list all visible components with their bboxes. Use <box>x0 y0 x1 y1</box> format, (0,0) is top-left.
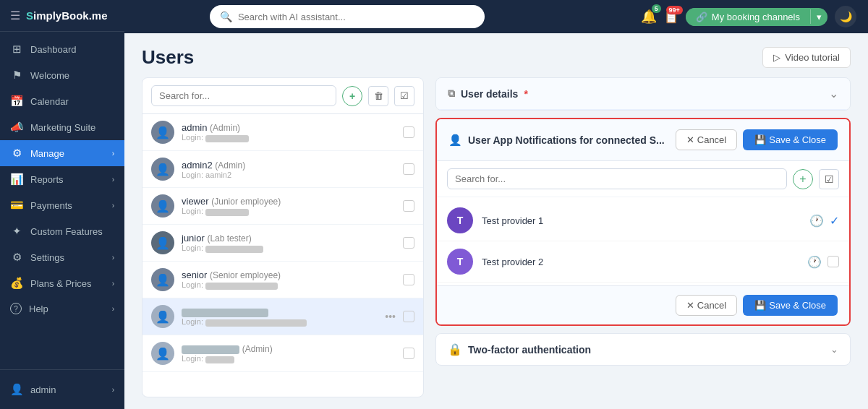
reports-icon: 📊 <box>10 173 23 186</box>
video-tutorial-button[interactable]: ▷ Video tutorial <box>762 47 851 68</box>
avatar-blurred2: 👤 <box>151 342 174 365</box>
search-bar: 🔍 <box>210 5 485 28</box>
two-factor-collapse-icon[interactable]: ⌄ <box>830 344 838 355</box>
page-header: Users ▷ Video tutorial <box>124 33 868 77</box>
sliders-icon: ⧉ <box>448 87 455 100</box>
user-details-card: ⧉ User details * ⌄ <box>435 77 851 111</box>
booking-channels-dropdown[interactable]: ▾ <box>811 8 827 26</box>
sidebar-item-reports[interactable]: 📊 Reports › <box>0 166 124 192</box>
user-checkbox-junior[interactable] <box>403 237 414 249</box>
user-role-admin2: (Admin) <box>215 160 245 171</box>
footer-cancel-icon: ✕ <box>686 300 694 311</box>
sidebar-header: ☰ SimplyBook.me <box>0 0 124 32</box>
user-role-viewer: (Junior employee) <box>211 197 281 207</box>
sidebar-item-admin[interactable]: 👤 admin › <box>10 377 114 402</box>
modal-save-button[interactable]: 💾 Save & Close <box>743 129 838 150</box>
sidebar-item-plans-prices[interactable]: 💰 Plans & Prices › <box>0 270 124 296</box>
collapse-icon[interactable]: ⌄ <box>829 87 838 100</box>
user-name-blurred1 <box>182 306 378 317</box>
avatar-viewer: 👤 <box>151 194 174 218</box>
avatar-junior: 👤 <box>151 231 174 254</box>
dark-mode-toggle[interactable]: 🌙 <box>835 6 856 27</box>
provider-item-1[interactable]: T Test provider 1 🕐 ✓ <box>437 200 849 241</box>
hamburger-icon[interactable]: ☰ <box>10 9 20 22</box>
user-info-blurred1: Login: <box>182 306 378 326</box>
provider-name-2: Test provider 2 <box>482 257 799 267</box>
modal-search-bar: + ☑ <box>437 161 849 197</box>
sidebar-item-custom-features[interactable]: ✦ Custom Features <box>0 218 124 244</box>
tasks-button[interactable]: 📋 99+ <box>664 10 678 24</box>
user-checkbox-blurred2[interactable] <box>403 348 414 359</box>
sidebar-item-marketing[interactable]: 📣 Marketing Suite <box>0 114 124 140</box>
delete-user-button[interactable]: 🗑 <box>368 86 388 106</box>
user-item-blurred1[interactable]: 👤 Login: ••• <box>142 298 423 335</box>
user-login-senior: Login: <box>182 280 396 289</box>
user-checkbox-admin2[interactable] <box>403 163 414 175</box>
user-search-input[interactable] <box>151 85 336 106</box>
payments-arrow-icon: › <box>112 202 114 210</box>
sidebar-item-welcome[interactable]: ⚑ Welcome <box>0 62 124 88</box>
user-info-junior: junior (Lab tester) Login: <box>182 233 396 252</box>
sidebar-item-dashboard[interactable]: ⊞ Dashboard <box>0 36 124 62</box>
footer-cancel-button[interactable]: ✕ Cancel <box>676 295 737 316</box>
user-details-header[interactable]: ⧉ User details * ⌄ <box>436 78 850 110</box>
lock-icon: 🔒 <box>448 343 462 356</box>
user-checkbox-viewer[interactable] <box>403 200 414 212</box>
user-item-junior[interactable]: 👤 junior (Lab tester) Login: <box>142 225 423 262</box>
user-checkbox-senior[interactable] <box>403 274 414 285</box>
sidebar-item-manage[interactable]: ⚙ Manage › <box>0 140 124 166</box>
user-item-viewer[interactable]: 👤 viewer (Junior employee) Login: <box>142 188 423 225</box>
avatar-blurred1: 👤 <box>151 305 174 328</box>
user-role-admin: (Admin) <box>210 123 240 133</box>
modal-cancel-button[interactable]: ✕ Cancel <box>676 129 737 150</box>
two-factor-header[interactable]: 🔒 Two-factor authentication ⌄ <box>436 334 850 365</box>
history-icon-2[interactable]: 🕐 <box>807 255 822 269</box>
user-list-panel: + 🗑 ☑ 👤 admin (Admin) Login: <box>142 77 424 397</box>
user-item-admin[interactable]: 👤 admin (Admin) Login: <box>142 114 423 151</box>
notification-button[interactable]: 🔔 5 <box>641 9 657 25</box>
sidebar-footer: 👤 admin › <box>0 369 124 409</box>
sidebar-item-help[interactable]: ? Help › <box>0 296 124 321</box>
user-name-admin: admin (Admin) <box>182 122 396 133</box>
plans-icon: 💰 <box>10 277 23 290</box>
booking-channels-button[interactable]: 🔗 My booking channels <box>686 8 810 26</box>
link-icon: 🔗 <box>696 12 707 22</box>
provider-name-1: Test provider 1 <box>482 215 801 226</box>
help-icon: ? <box>10 303 22 314</box>
modal-header: 👤 User App Notifications for connected S… <box>437 119 849 161</box>
history-icon-1[interactable]: 🕐 <box>809 214 824 228</box>
user-info-senior: senior (Senior employee) Login: <box>182 270 396 289</box>
modal-search-input[interactable] <box>447 168 787 189</box>
custom-features-icon: ✦ <box>10 225 23 238</box>
more-options-icon[interactable]: ••• <box>385 311 396 322</box>
admin-icon: 👤 <box>10 383 23 396</box>
footer-save-button[interactable]: 💾 Save & Close <box>743 295 838 316</box>
select-all-button[interactable]: ☑ <box>394 86 414 106</box>
main-area: 🔍 🔔 5 📋 99+ 🔗 My booking channels <box>124 0 868 409</box>
modal-select-all-button[interactable]: ☑ <box>819 169 839 189</box>
user-info-admin: admin (Admin) Login: <box>182 122 396 142</box>
user-item-blurred2[interactable]: 👤 (Admin) Login: <box>142 335 423 372</box>
notification-modal: 👤 User App Notifications for connected S… <box>435 118 851 326</box>
provider-item-2[interactable]: T Test provider 2 🕐 <box>437 241 849 283</box>
user-name-junior: junior (Lab tester) <box>182 233 396 244</box>
search-input[interactable] <box>238 12 475 22</box>
provider-checkbox-2[interactable] <box>827 256 839 267</box>
avatar-provider2: T <box>447 249 473 275</box>
add-user-button[interactable]: + <box>342 86 362 106</box>
user-checkbox-blurred1[interactable] <box>403 311 414 322</box>
modal-add-button[interactable]: + <box>793 169 813 189</box>
manage-arrow-icon: › <box>112 150 114 158</box>
user-checkbox-admin[interactable] <box>403 126 414 138</box>
provider-list: T Test provider 1 🕐 ✓ T Test provider 2 <box>437 197 849 285</box>
settings-icon: ⚙ <box>10 251 23 264</box>
booking-channels-group: 🔗 My booking channels ▾ <box>686 8 827 26</box>
right-panel: ⧉ User details * ⌄ 👤 User App N <box>435 77 851 397</box>
sidebar-item-payments[interactable]: 💳 Payments › <box>0 192 124 218</box>
user-item-senior[interactable]: 👤 senior (Senior employee) Login: <box>142 262 423 298</box>
save-icon: 💾 <box>754 134 766 145</box>
user-item-admin2[interactable]: 👤 admin2 (Admin) Login: aamin2 <box>142 151 423 188</box>
check-icon-1[interactable]: ✓ <box>830 214 839 228</box>
sidebar-item-calendar[interactable]: 📅 Calendar <box>0 88 124 114</box>
sidebar-item-settings[interactable]: ⚙ Settings › <box>0 244 124 270</box>
